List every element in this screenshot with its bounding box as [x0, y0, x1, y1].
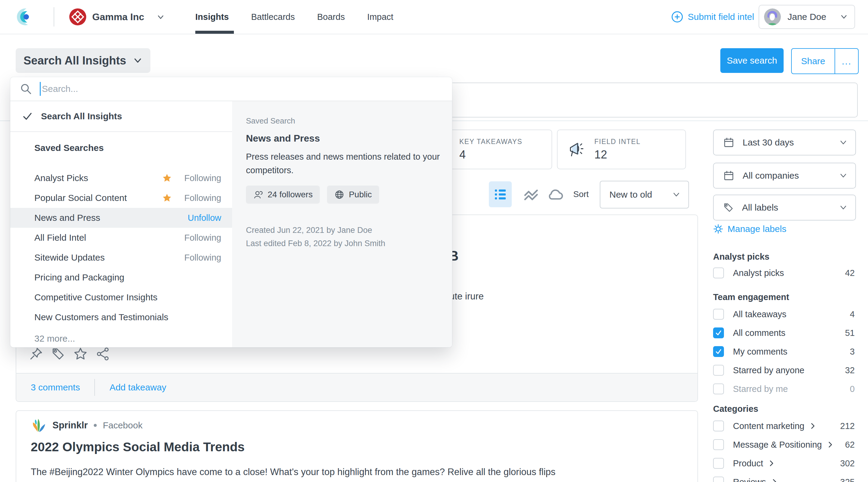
follow-status[interactable]: Following — [179, 253, 221, 263]
chevron-right-icon[interactable] — [768, 460, 775, 467]
follow-status[interactable]: Following — [179, 233, 221, 243]
company-selector[interactable]: Gamma Inc — [92, 0, 144, 34]
tab-battlecards[interactable]: Battlecards — [251, 12, 295, 22]
star-icon[interactable] — [73, 347, 88, 361]
saved-search-item[interactable]: Popular Social Content Following — [10, 188, 232, 208]
text-cursor — [40, 82, 41, 96]
filter-count: 3 — [850, 347, 855, 357]
saved-search-item[interactable]: Pricing and Packaging — [10, 267, 232, 287]
plus-circle-icon — [671, 10, 684, 23]
saved-search-item[interactable]: All Field Intel Following — [10, 228, 232, 248]
submit-field-intel-link[interactable]: Submit field intel — [671, 0, 754, 34]
cloud-view-icon[interactable] — [546, 186, 565, 204]
dropdown-body: Search All Insights Saved Searches Analy… — [10, 101, 452, 347]
filter-count: 62 — [845, 440, 855, 450]
saved-search-item[interactable]: New Customers and Testimonials — [10, 307, 232, 327]
social-card-title[interactable]: 2022 Olympics Social Media Trends — [31, 440, 245, 454]
share-icon[interactable] — [95, 347, 110, 361]
comments-link[interactable]: 3 comments — [31, 382, 80, 392]
starred-by-me-checkbox[interactable] — [713, 384, 724, 394]
product-checkbox[interactable] — [713, 458, 724, 469]
list-view-toggle[interactable] — [489, 181, 512, 207]
starred-by-anyone-checkbox[interactable] — [713, 365, 724, 376]
chevron-right-icon[interactable] — [809, 422, 816, 429]
saved-search-item[interactable]: Sitewide Updates Following — [10, 248, 232, 267]
tag-icon[interactable] — [51, 347, 66, 361]
chevron-down-icon — [133, 56, 143, 65]
analyst-picks-section-title: Analyst picks — [713, 251, 855, 263]
created-line: Created Jun 22, 2021 by Jane Doe — [246, 224, 440, 237]
message-positioning-checkbox[interactable] — [713, 439, 724, 450]
trend-view-icon[interactable] — [523, 186, 539, 203]
field-intel-label: FIELD INTEL — [594, 138, 641, 146]
dropdown-list: Search All Insights Saved Searches Analy… — [10, 101, 232, 347]
search-scope-selector[interactable]: Search All Insights — [16, 48, 150, 73]
saved-search-items: Analyst Picks Following Popular Social C… — [10, 168, 232, 327]
save-search-button[interactable]: Save search — [720, 48, 784, 73]
reviews-checkbox[interactable] — [713, 477, 724, 482]
klue-logo-icon[interactable] — [16, 7, 36, 27]
followers-icon — [253, 190, 264, 200]
all-comments-checkbox[interactable] — [713, 327, 724, 338]
tab-insights[interactable]: Insights — [195, 12, 229, 22]
follow-status[interactable]: Following — [179, 173, 221, 183]
option-search-all-insights[interactable]: Search All Insights — [10, 101, 232, 132]
dot-separator — [94, 424, 97, 427]
chevron-right-icon[interactable] — [771, 478, 778, 482]
saved-search-dropdown: Search All Insights Saved Searches Analy… — [10, 77, 452, 347]
companies-dropdown[interactable]: All companies — [713, 163, 856, 189]
key-takeaways-card[interactable]: KEY TAKEAWAYS 4 — [440, 130, 552, 169]
content-marketing-checkbox[interactable] — [713, 421, 724, 431]
follow-status[interactable]: Following — [179, 193, 221, 203]
unfollow-link[interactable]: Unfollow — [179, 213, 221, 223]
more-options-button[interactable]: ... — [835, 49, 858, 73]
social-insight-card[interactable]: Sprinklr Facebook 2022 Olympics Social M… — [16, 410, 698, 482]
sort-value: New to old — [610, 190, 672, 200]
chevron-right-icon[interactable] — [827, 441, 834, 448]
chevron-down-icon — [839, 203, 847, 212]
saved-searches-header: Saved Searches — [10, 138, 232, 158]
followers-badge[interactable]: 24 followers — [246, 186, 320, 204]
source-row: Sprinklr Facebook — [31, 418, 143, 433]
pin-icon[interactable] — [28, 347, 43, 361]
my-comments-checkbox[interactable] — [713, 346, 724, 357]
saved-search-item[interactable]: Competitive Customer Insights — [10, 287, 232, 307]
tab-impact[interactable]: Impact — [367, 12, 393, 22]
filter-row-reviews: Reviews 325 — [713, 473, 855, 482]
tab-boards[interactable]: Boards — [317, 12, 345, 22]
gear-icon — [713, 224, 723, 234]
dropdown-search-input[interactable] — [41, 79, 452, 98]
source-channel[interactable]: Facebook — [103, 420, 143, 430]
user-menu[interactable]: Jane Doe — [758, 5, 855, 29]
saved-search-item[interactable]: Analyst Picks Following — [10, 168, 232, 188]
detail-title: News and Press — [246, 133, 440, 144]
social-card-body-line2: and jumps in our real-time, virtual expe… — [31, 480, 555, 482]
manage-labels-link[interactable]: Manage labels — [713, 222, 855, 235]
saved-search-item-selected[interactable]: News and Press Unfollow — [10, 208, 232, 228]
filter-count: 325 — [840, 477, 855, 482]
saved-search-label: New Customers and Testimonials — [34, 312, 179, 322]
add-takeaway-link[interactable]: Add takeaway — [110, 382, 166, 392]
labels-dropdown[interactable]: All labels — [713, 195, 856, 221]
filter-row-all-takeaways: All takeaways 4 — [713, 306, 855, 323]
filter-count: 32 — [845, 365, 855, 375]
analyst-picks-checkbox[interactable] — [713, 267, 724, 278]
sprinklr-icon — [31, 418, 46, 433]
chevron-down-icon — [840, 13, 848, 21]
share-button[interactable]: Share — [792, 49, 835, 73]
detail-meta: Created Jun 22, 2021 by Jane Doe Last ed… — [246, 224, 440, 250]
star-filled-icon[interactable] — [161, 172, 173, 184]
footer-divider — [94, 379, 95, 396]
visibility-badge[interactable]: Public — [327, 186, 379, 204]
check-icon — [715, 329, 722, 336]
source-name[interactable]: Sprinklr — [53, 420, 88, 431]
more-saved-searches-link[interactable]: 32 more... — [10, 329, 232, 347]
sort-dropdown[interactable]: New to old — [600, 181, 689, 208]
company-logo-icon[interactable] — [69, 8, 87, 26]
date-range-value: Last 30 days — [743, 137, 839, 148]
all-takeaways-checkbox[interactable] — [713, 309, 724, 320]
field-intel-card[interactable]: FIELD INTEL 12 — [557, 130, 686, 169]
star-filled-icon[interactable] — [161, 193, 173, 203]
date-range-dropdown[interactable]: Last 30 days — [713, 130, 856, 155]
chevron-down-icon[interactable] — [157, 13, 164, 21]
